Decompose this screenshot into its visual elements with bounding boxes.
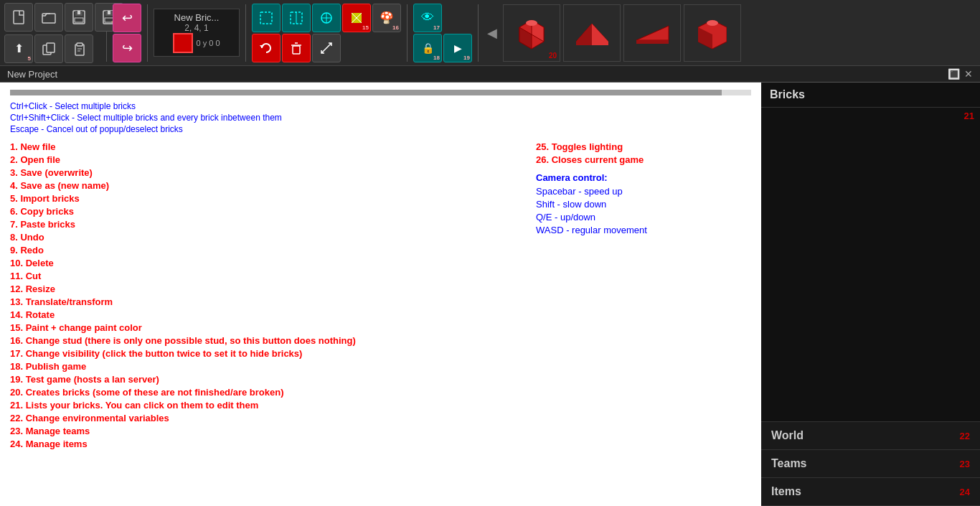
bricks-header: Bricks [761,83,980,108]
help-item-22: 22. Change environmental variables [10,413,522,423]
help-item-7: 7. Paste bricks [10,219,522,230]
sidebar-item-world[interactable]: World 22 [761,422,980,450]
shortcut-3: Escape - Cancel out of popup/deselect br… [10,124,751,134]
keyboard-shortcuts: Ctrl+Click - Select multiple bricks Ctrl… [10,101,751,134]
help-item-12: 12. Resize [10,284,522,294]
help-item-10: 10. Delete [10,258,522,268]
help-item-17: 17. Change visibility (click the button … [10,348,522,359]
select-button[interactable] [252,4,281,32]
sidebar-item-teams[interactable]: Teams 23 [761,450,980,478]
mushroom-button[interactable]: 🍄 16 [372,4,401,32]
rotate-button[interactable] [252,34,281,62]
camera-item-2: Shift - slow down [536,199,751,210]
help-item-20: 20. Creates bricks (some of these are no… [10,387,522,398]
help-item-3: 3. Save (overwrite) [10,167,522,178]
svg-rect-1 [42,14,55,23]
camera-item-4: WASD - regular movement [536,225,751,235]
project-info: New Bric... 2, 4, 1 0 y 0 0 [154,9,240,57]
svg-rect-12 [47,43,55,52]
svg-marker-32 [592,24,608,45]
camera-item-1: Spacebar - speed up [536,186,751,197]
brick-thumb-b[interactable] [623,4,681,62]
btn-num-5: 5 [28,55,31,62]
shortcut-1: Ctrl+Click - Select multiple bricks [10,101,751,111]
bricks-scroll-area[interactable]: 21 [761,108,980,421]
minimize-button[interactable]: 🔳 [948,68,960,80]
help-col-left: 1. New file 2. Open file 3. Save (overwr… [10,141,522,451]
resize-button[interactable] [312,34,341,62]
sidebar-item-items[interactable]: Items 24 [761,478,980,506]
help-item-4: 4. Save as (new name) [10,180,522,191]
lock-button[interactable]: 🔒 18 [413,34,442,62]
project-coords: 2, 4, 1 [184,23,208,33]
svg-rect-0 [14,11,24,24]
bricks-area-num: 21 [964,111,974,121]
svg-marker-31 [576,24,592,45]
brick-num-20: 20 [549,52,557,60]
sidebar-nav: World 22 Teams 23 Items 24 [761,421,980,506]
help-item-13: 13. Translate/transform [10,296,522,307]
help-scrollbar[interactable] [10,90,751,95]
svg-rect-23 [293,46,300,54]
save-button[interactable] [65,3,93,32]
items-num: 24 [960,487,970,497]
help-item-15: 15. Paint + change paint color [10,322,522,333]
open-file-button[interactable] [34,3,63,32]
scroll-arrow[interactable]: ◀ [487,25,497,41]
select2-button[interactable] [282,4,311,32]
undo-button[interactable]: ↩ [113,4,141,32]
btn-num-15: 15 [362,24,369,31]
svg-rect-14 [77,43,83,46]
divider-3 [245,4,246,62]
world-num: 22 [960,431,970,441]
paint-button[interactable]: 15 [342,4,371,32]
paste-bricks-button[interactable] [65,34,93,63]
btn-num-18: 18 [433,55,440,61]
items-label: Items [771,485,801,498]
camera-item-3: Q/E - up/down [536,212,751,222]
import-bricks-button[interactable]: ⬆ 5 [4,34,33,63]
brick-thumbnails: 20 [503,4,741,62]
svg-point-29 [526,20,537,26]
camera-section: Camera control: Spacebar - speed up Shif… [536,172,751,235]
help-item-21: 21. Lists your bricks. You can click on … [10,400,522,411]
scrollbar-thumb [10,90,722,95]
help-col-right: 25. Toggles lighting 26. Closes current … [536,141,751,451]
brick-thumb-a[interactable] [563,4,621,62]
btn-num-17: 17 [433,24,440,31]
help-item-24: 24. Manage items [10,439,522,449]
test-button[interactable]: ▶ 19 [443,34,472,62]
window-controls: 🔳 ✕ [948,68,973,80]
color-swatch[interactable] [173,33,193,53]
help-panel: Ctrl+Click - Select multiple bricks Ctrl… [0,83,761,506]
svg-marker-22 [260,45,264,48]
svg-rect-15 [260,12,272,24]
svg-point-37 [707,20,718,26]
divider-4 [407,4,407,62]
right-panel: Bricks 21 World 22 Teams 23 Item [761,83,980,506]
svg-rect-5 [75,18,83,22]
transform-button[interactable] [312,4,341,32]
delete-button[interactable] [282,34,311,62]
redo-button[interactable]: ↪ [113,34,141,62]
visibility-button[interactable]: 👁 17 [413,4,442,32]
divider-5 [478,4,479,62]
shortcut-2: Ctrl+Shift+Click - Select multiple brick… [10,113,751,123]
file-tool-group: + ⬆ 5 [4,3,100,63]
svg-rect-8 [108,11,110,14]
help-item-16: 16. Change stud (there is only one possi… [10,335,522,346]
help-item-1: 1. New file [10,141,522,152]
close-button[interactable]: ✕ [964,68,973,80]
new-file-button[interactable] [4,3,33,32]
copy-bricks-button[interactable] [34,34,63,63]
teams-label: Teams [771,457,807,470]
toggles-section: 25. Toggles lighting 26. Closes current … [536,141,751,165]
world-label: World [771,429,804,442]
help-item-11: 11. Cut [10,271,522,281]
brick-thumb-20[interactable]: 20 [503,4,560,62]
help-item-6: 6. Copy bricks [10,206,522,217]
help-item-5: 5. Import bricks [10,193,522,204]
brick-thumb-c[interactable] [684,4,741,62]
main-area: New Project 🔳 ✕ Ctrl+Click - Select mult… [0,66,980,506]
btn-num-19: 19 [463,55,470,61]
